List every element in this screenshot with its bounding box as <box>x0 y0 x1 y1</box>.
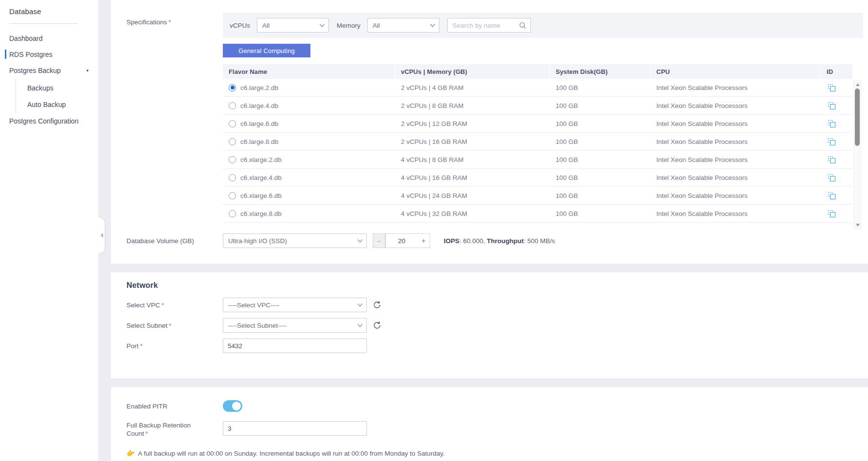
flavor-table-header: Flavor Name vCPUs | Memory (GB) System D… <box>223 64 852 79</box>
flavor-table-row[interactable]: c6.large.6.db 2 vCPUs | 12 GB RAM 100 GB… <box>223 115 852 133</box>
sidebar-item-auto-backup[interactable]: Auto Backup <box>16 96 98 113</box>
retention-count-input[interactable] <box>223 421 367 436</box>
copy-id-icon[interactable] <box>828 102 835 109</box>
refresh-subnet-icon[interactable] <box>373 321 381 330</box>
system-disk-cell: 100 GB <box>550 187 651 204</box>
flavor-name-cell: c6.large.4.db <box>223 97 395 114</box>
label-text: Specifications <box>127 18 167 26</box>
flavor-name-text: c6.large.4.db <box>240 102 278 109</box>
label-text: Enabled PITR <box>127 403 167 410</box>
table-scrollbar[interactable] <box>853 80 861 230</box>
volume-increase-button[interactable]: + <box>417 233 430 248</box>
cpu-cell: Intel Xeon Scalable Processors <box>651 115 821 132</box>
flavor-name-cell: c6.large.2.db <box>223 79 395 96</box>
chevron-down-icon <box>430 23 435 28</box>
sidebar-item-label: Postgres Configuration <box>9 117 78 125</box>
flavor-table-row[interactable]: c6.large.4.db 2 vCPUs | 8 GB RAM 100 GB … <box>223 97 852 115</box>
id-cell <box>821 205 852 222</box>
id-cell <box>821 169 852 186</box>
flavor-name-cell: c6.xlarge.8.db <box>223 205 395 222</box>
sidebar-item-postgres-configuration[interactable]: Postgres Configuration <box>0 113 98 129</box>
column-header-cpu: CPU <box>651 64 821 79</box>
search-icon[interactable] <box>519 21 527 30</box>
flavor-table-body: c6.large.2.db 2 vCPUs | 4 GB RAM 100 GB … <box>223 79 852 223</box>
enabled-pitr-label: Enabled PITR <box>111 402 223 410</box>
memory-filter-select[interactable]: All <box>367 18 439 33</box>
pointing-finger-icon: 👉 <box>127 449 135 457</box>
scroll-up-icon[interactable] <box>856 83 860 86</box>
flavor-search-input[interactable] <box>448 22 513 29</box>
volume-type-select[interactable]: Ultra-high I/O (SSD) <box>223 233 367 248</box>
scroll-down-icon[interactable] <box>856 224 860 227</box>
required-mark: * <box>145 430 148 437</box>
label-text: Full Backup Retention <box>127 422 191 429</box>
sidebar-item-backups[interactable]: Backups <box>16 80 98 96</box>
flavor-table: Flavor Name vCPUs | Memory (GB) System D… <box>223 64 861 223</box>
system-disk-cell: 100 GB <box>550 169 651 186</box>
cpu-cell: Intel Xeon Scalable Processors <box>651 169 821 186</box>
sidebar-item-dashboard[interactable]: Dashboard <box>0 30 98 46</box>
flavor-name-text: c6.xlarge.8.db <box>240 210 282 217</box>
backup-schedule-note: 👉 A full backup will run at 00:00 on Sun… <box>127 449 868 457</box>
volume-size-input[interactable] <box>385 233 417 248</box>
cpu-cell: Intel Xeon Scalable Processors <box>651 205 821 222</box>
flavor-table-row[interactable]: c6.large.8.db 2 vCPUs | 16 GB RAM 100 GB… <box>223 133 852 151</box>
flavor-table-row[interactable]: c6.large.2.db 2 vCPUs | 4 GB RAM 100 GB … <box>223 79 852 97</box>
port-row: Port* <box>111 338 868 353</box>
vcpus-filter-select[interactable]: All <box>257 18 329 33</box>
scrollbar-thumb[interactable] <box>855 89 860 146</box>
cpu-cell: Intel Xeon Scalable Processors <box>651 151 821 168</box>
sidebar-collapse-handle[interactable] <box>98 218 105 253</box>
flavor-name-text: c6.xlarge.4.db <box>240 174 282 181</box>
select-subnet-row: Select Subnet* ----Select Subnet---- <box>111 318 868 333</box>
pitr-toggle[interactable] <box>223 400 242 412</box>
copy-id-icon[interactable] <box>828 138 835 145</box>
flavor-radio[interactable] <box>229 138 236 145</box>
required-mark: * <box>140 342 143 350</box>
copy-id-icon[interactable] <box>828 210 835 217</box>
specifications-card: Specifications* vCPUs All Memory All <box>111 0 868 264</box>
network-card: Network Select VPC* ----Select VPC---- S… <box>111 272 868 378</box>
flavor-search-box <box>447 18 531 33</box>
flavor-radio[interactable] <box>229 174 236 181</box>
copy-id-icon[interactable] <box>828 174 835 181</box>
system-disk-cell: 100 GB <box>550 151 651 168</box>
sidebar-item-label: Dashboard <box>9 35 43 42</box>
general-computing-tab[interactable]: General Computing <box>223 44 310 57</box>
flavor-radio[interactable] <box>229 156 236 163</box>
flavor-radio[interactable] <box>229 210 236 217</box>
sidebar-item-postgres-backup[interactable]: Postgres Backup ▾ <box>0 62 98 78</box>
flavor-table-row[interactable]: c6.xlarge.8.db 4 vCPUs | 32 GB RAM 100 G… <box>223 205 852 223</box>
sidebar-divider <box>9 23 78 24</box>
label-text: Select Subnet <box>127 322 167 329</box>
flavor-name-cell: c6.xlarge.4.db <box>223 169 395 186</box>
flavor-table-row[interactable]: c6.xlarge.4.db 4 vCPUs | 16 GB RAM 100 G… <box>223 169 852 187</box>
chevron-down-icon <box>357 303 363 307</box>
copy-id-icon[interactable] <box>828 156 835 163</box>
flavor-radio[interactable] <box>229 102 236 109</box>
flavor-name-text: c6.xlarge.2.db <box>240 156 282 163</box>
port-input[interactable] <box>223 338 367 353</box>
flavor-table-row[interactable]: c6.xlarge.6.db 4 vCPUs | 24 GB RAM 100 G… <box>223 187 852 205</box>
retention-count-row: Full Backup Retention Count* <box>111 421 868 438</box>
volume-decrease-button[interactable]: – <box>373 233 385 248</box>
flavor-table-row[interactable]: c6.xlarge.2.db 4 vCPUs | 8 GB RAM 100 GB… <box>223 151 852 169</box>
volume-size-stepper: – + <box>373 233 430 248</box>
flavor-radio[interactable] <box>229 84 236 91</box>
sidebar-item-rds-postgres[interactable]: RDS Postgres <box>0 46 98 62</box>
network-section-title: Network <box>127 281 868 290</box>
copy-id-icon[interactable] <box>828 192 835 199</box>
id-cell <box>821 115 852 132</box>
specifications-label: Specifications* <box>111 13 223 223</box>
required-mark: * <box>162 301 164 309</box>
subnet-select[interactable]: ----Select Subnet---- <box>223 318 367 333</box>
flavor-radio[interactable] <box>229 192 236 199</box>
flavor-name-cell: c6.xlarge.6.db <box>223 187 395 204</box>
required-mark: * <box>169 322 171 329</box>
vpc-select[interactable]: ----Select VPC---- <box>223 298 367 312</box>
flavor-radio[interactable] <box>229 120 236 127</box>
column-header-system-disk: System Disk(GB) <box>550 64 651 79</box>
copy-id-icon[interactable] <box>828 120 835 127</box>
copy-id-icon[interactable] <box>828 84 835 91</box>
refresh-vpc-icon[interactable] <box>373 301 381 309</box>
